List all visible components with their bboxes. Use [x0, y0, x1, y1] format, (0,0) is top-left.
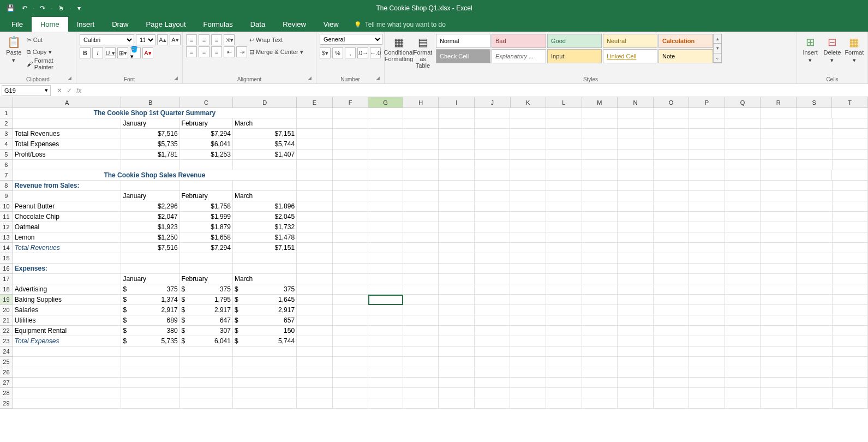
cell[interactable]	[797, 388, 833, 398]
cell[interactable]	[475, 150, 511, 160]
cell[interactable]	[833, 378, 868, 388]
cell[interactable]	[689, 253, 725, 264]
cell[interactable]	[510, 108, 546, 118]
cell[interactable]	[121, 357, 179, 367]
cell[interactable]	[689, 191, 725, 201]
cell[interactable]	[546, 378, 582, 388]
cell[interactable]	[797, 367, 833, 378]
cell[interactable]	[833, 139, 868, 150]
tab-insert[interactable]: Insert	[68, 17, 104, 32]
decrease-decimal-icon[interactable]: ←.0	[370, 47, 381, 58]
cell[interactable]	[797, 243, 833, 253]
cell[interactable]	[761, 150, 797, 160]
style-calculation[interactable]: Calculation	[659, 34, 713, 48]
cell[interactable]	[582, 357, 618, 367]
cell[interactable]	[510, 253, 546, 264]
column-header[interactable]: Q	[725, 97, 761, 107]
row-header[interactable]: 5	[0, 150, 13, 160]
cell[interactable]: $6,041	[180, 139, 233, 150]
cell[interactable]	[368, 295, 403, 305]
cell[interactable]	[618, 201, 654, 212]
cell[interactable]	[475, 222, 511, 232]
cell[interactable]: Profit/Loss	[13, 150, 122, 160]
row-header[interactable]: 10	[0, 201, 13, 212]
cell[interactable]	[475, 274, 511, 284]
cell[interactable]	[121, 347, 179, 357]
cell[interactable]	[725, 284, 761, 295]
row-header[interactable]: 4	[0, 139, 13, 150]
cell[interactable]	[725, 160, 761, 170]
cell[interactable]: Peanut Butter	[13, 201, 122, 212]
cell[interactable]	[618, 253, 654, 264]
cell[interactable]	[333, 181, 369, 191]
format-cells-button[interactable]: ▦Format▾	[845, 34, 864, 63]
cell[interactable]	[582, 118, 618, 129]
cell[interactable]: January	[121, 274, 179, 284]
cell[interactable]	[618, 284, 654, 295]
cell[interactable]	[832, 108, 868, 118]
number-format-select[interactable]: General	[320, 34, 382, 45]
align-middle-icon[interactable]: ≡	[199, 34, 209, 45]
cell[interactable]	[833, 212, 868, 222]
cell[interactable]	[510, 150, 546, 160]
merge-center-button[interactable]: ⊟Merge & Center ▾	[249, 46, 303, 58]
cell[interactable]	[833, 253, 868, 264]
cell[interactable]	[475, 315, 511, 326]
cell[interactable]	[833, 305, 868, 315]
cell[interactable]	[368, 212, 403, 222]
cell[interactable]	[618, 212, 654, 222]
cell[interactable]	[510, 284, 546, 295]
cell[interactable]	[689, 398, 725, 409]
cell[interactable]	[475, 253, 511, 264]
cell[interactable]	[618, 170, 654, 181]
cell[interactable]: Advertising	[13, 284, 122, 295]
cell[interactable]	[797, 232, 833, 243]
cell[interactable]	[403, 378, 439, 388]
cell[interactable]	[403, 398, 439, 409]
chevron-down-icon[interactable]: ▾	[45, 87, 48, 94]
tell-me-search[interactable]: Tell me what you want to do	[348, 17, 452, 32]
row-header[interactable]: 19	[0, 295, 13, 305]
cell[interactable]: $1,781	[121, 150, 179, 160]
cell[interactable]	[333, 222, 369, 232]
cell[interactable]	[368, 232, 403, 243]
cell[interactable]	[689, 284, 725, 295]
row-header[interactable]: 11	[0, 212, 13, 222]
cell[interactable]: $375	[121, 284, 179, 295]
cell[interactable]	[475, 191, 511, 201]
cell[interactable]	[546, 347, 582, 357]
cell[interactable]	[797, 326, 833, 336]
cell[interactable]	[761, 212, 797, 222]
cell[interactable]	[725, 212, 761, 222]
cell[interactable]	[297, 315, 333, 326]
cell[interactable]	[582, 139, 618, 150]
format-as-table-button[interactable]: ▤Format as Table	[412, 34, 434, 69]
cell[interactable]	[689, 201, 725, 212]
cell[interactable]	[439, 284, 475, 295]
cell[interactable]	[233, 388, 297, 398]
cell[interactable]	[368, 347, 403, 357]
cell[interactable]	[582, 284, 618, 295]
cell[interactable]	[439, 181, 475, 191]
cell[interactable]	[403, 181, 439, 191]
style-normal[interactable]: Normal	[436, 34, 490, 48]
cell[interactable]	[582, 378, 618, 388]
cell[interactable]	[368, 284, 403, 295]
cell[interactable]	[475, 326, 511, 336]
cell[interactable]	[510, 232, 546, 243]
qat-customize-icon[interactable]: ▾	[73, 2, 85, 14]
style-gallery-nav[interactable]: ▴▾⌄	[713, 34, 722, 63]
column-header[interactable]: C	[180, 97, 233, 107]
cell[interactable]	[761, 326, 797, 336]
cell[interactable]	[403, 284, 439, 295]
cell[interactable]	[297, 388, 333, 398]
dialog-launcher-icon[interactable]: ◢	[308, 75, 314, 82]
column-header[interactable]: G	[368, 97, 403, 107]
cell[interactable]	[439, 139, 475, 150]
cell[interactable]: $1,999	[180, 212, 233, 222]
cell[interactable]	[761, 139, 797, 150]
cell[interactable]	[403, 388, 439, 398]
cell[interactable]	[654, 336, 690, 347]
cell[interactable]	[582, 315, 618, 326]
cell[interactable]	[761, 315, 797, 326]
